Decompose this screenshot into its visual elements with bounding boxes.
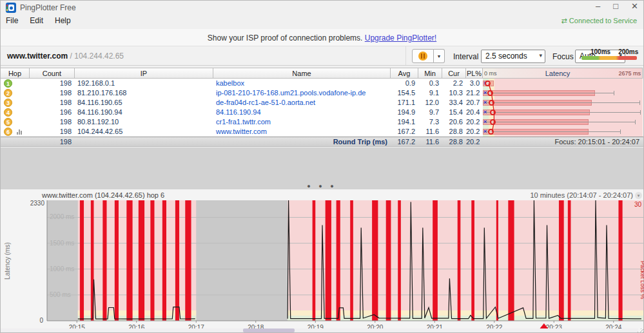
svg-text:0: 0 xyxy=(39,317,43,324)
latency-graph-cell: × xyxy=(483,117,643,127)
graph-scrollbar[interactable] xyxy=(1,328,638,332)
menu-bar: FileEditHelp ⇄ Connected to Service xyxy=(1,15,643,28)
latency-scale-max: 2675 ms xyxy=(618,68,642,78)
column-header-ip[interactable]: IP xyxy=(75,68,213,79)
banner-text: Show your ISP proof of connection proble… xyxy=(208,33,363,43)
packet-loss-bar xyxy=(372,200,378,321)
interval-select[interactable]: 2.5 seconds xyxy=(481,50,545,63)
pingplotter-window: PingPlotter Free – □ ✕ FileEditHelp ⇄ Co… xyxy=(0,0,644,333)
min-latency-marker: × xyxy=(483,99,487,106)
hop-name-link[interactable]: kabelbox xyxy=(216,79,244,87)
table-row-hop-5[interactable]: 519880.81.192.10cr1-fra1.twttr.com194.17… xyxy=(1,117,643,127)
packet-loss-bar xyxy=(559,200,564,321)
maximize-button[interactable]: □ xyxy=(613,1,618,11)
round-trip-row: 198Round Trip (ms)167.211.628.820.2Focus… xyxy=(1,137,643,147)
graph-scrollbar-thumb[interactable] xyxy=(243,328,295,332)
packet-loss-bar xyxy=(398,200,401,321)
packet-loss-bar xyxy=(350,200,353,321)
cell-name: ip-081-210-176-168.um21.pools.vodafone-i… xyxy=(213,88,391,98)
latency-gradient-bar xyxy=(581,56,637,60)
cell-count: 196 xyxy=(30,108,75,117)
pause-button[interactable] xyxy=(412,49,434,63)
title-bar[interactable]: PingPlotter Free – □ ✕ xyxy=(1,1,643,15)
packet-loss-bar xyxy=(433,200,438,321)
round-trip-label: Round Trip (ms) xyxy=(213,137,391,146)
table-row-hop-2[interactable]: 219881.210.176.168ip-081-210-176-168.um2… xyxy=(1,88,643,98)
table-row-hop-6[interactable]: 6198104.244.42.65www.twitter.com167.211.… xyxy=(1,127,643,137)
menu-item-help[interactable]: Help xyxy=(55,16,71,25)
column-header-latency[interactable]: 0 msLatency2675 ms xyxy=(483,68,643,79)
hop-name-link[interactable]: ip-081-210-176-168.um21.pools.vodafone-i… xyxy=(216,89,366,97)
min-latency-marker: × xyxy=(483,89,487,97)
cell-count: 198 xyxy=(30,79,75,88)
cell-min: 11.6 xyxy=(418,127,442,137)
resize-grip[interactable] xyxy=(638,327,643,332)
interval-label: Interval xyxy=(453,52,478,61)
min-latency-marker: × xyxy=(483,108,487,116)
column-header-hop[interactable]: Hop xyxy=(1,68,30,79)
packet-loss-bar xyxy=(102,200,106,321)
packet-loss-bar xyxy=(150,200,154,321)
column-header-min[interactable]: Min xyxy=(418,68,442,79)
cell-min: 0.3 xyxy=(418,79,442,88)
latency-graph-cell: × xyxy=(483,79,643,88)
hop-name-link[interactable]: de-fra04d-rc1-ae-51-0.aorta.net xyxy=(216,99,315,106)
packet-loss-bar xyxy=(126,200,132,321)
summary-ip xyxy=(75,137,213,146)
cell-count: 198 xyxy=(30,127,75,137)
hop-number-badge: 3 xyxy=(4,99,12,107)
upgrade-link[interactable]: Upgrade PingPlotter! xyxy=(365,33,436,43)
hop-number-badge: 6 xyxy=(4,128,12,136)
cell-name: 84.116.190.94 xyxy=(213,108,391,117)
latency-scale-min: 0 ms xyxy=(483,68,497,78)
svg-text:500 ms: 500 ms xyxy=(50,291,71,298)
cell-name: kabelbox xyxy=(213,79,391,88)
time-graph-panel: www.twitter.com (104.244.42.65) hop 6 10… xyxy=(1,189,643,332)
packet-loss-bar xyxy=(458,200,461,321)
column-header-pl[interactable]: PL% xyxy=(466,68,483,79)
cell-avg: 167.2 xyxy=(391,127,418,137)
histogram-icon[interactable] xyxy=(17,129,23,135)
cell-name: de-fra04d-rc1-ae-51-0.aorta.net xyxy=(213,98,391,108)
cell-pl: 20.2 xyxy=(466,127,483,137)
column-header-cur[interactable]: Cur xyxy=(442,68,466,79)
menu-item-file[interactable]: File xyxy=(6,16,18,25)
pause-dropdown-button[interactable]: ▼ xyxy=(434,49,445,63)
hop-name-link[interactable]: 84.116.190.94 xyxy=(216,108,261,116)
latency-graph-cell: × xyxy=(483,98,643,108)
packet-loss-bar xyxy=(496,200,498,321)
cell-cur: 28.8 xyxy=(442,127,466,137)
hop-name-link[interactable]: www.twitter.com xyxy=(216,128,267,135)
cell-cur: 2.2 xyxy=(442,79,466,88)
splitter-handle[interactable]: ● ● ● xyxy=(1,183,643,189)
cell-avg: 0.9 xyxy=(391,79,418,88)
column-header-name[interactable]: Name xyxy=(213,68,391,79)
latency-graph-cell: × xyxy=(483,88,643,98)
packet-loss-bar xyxy=(139,200,144,321)
column-header-avg[interactable]: Avg xyxy=(391,68,418,79)
latency-time-graph[interactable]: 500 ms1000 ms1500 ms2000 ms20:1520:1620:… xyxy=(1,198,644,333)
cell-pl: 20.2 xyxy=(466,117,483,127)
packet-loss-bar xyxy=(618,200,622,321)
pause-icon xyxy=(418,52,427,61)
cell-count: 198 xyxy=(30,88,75,98)
cell-cur: 15.4 xyxy=(442,108,466,117)
cell-pl: 3.0 xyxy=(466,79,483,88)
close-button[interactable]: ✕ xyxy=(631,1,638,11)
app-icon xyxy=(6,3,16,13)
packet-loss-bar xyxy=(175,200,179,321)
cell-ip: 104.244.42.65 xyxy=(75,127,213,137)
hop-name-link[interactable]: cr1-fra1.twttr.com xyxy=(216,118,271,126)
packet-loss-bar xyxy=(326,200,331,321)
packet-loss-bar xyxy=(185,200,191,321)
table-row-hop-1[interactable]: 1198192.168.0.1kabelbox0.90.32.23.0× xyxy=(1,79,643,88)
cell-cur: 33.4 xyxy=(442,98,466,108)
minimize-button[interactable]: – xyxy=(596,1,600,11)
table-row-hop-3[interactable]: 319884.116.190.65de-fra04d-rc1-ae-51-0.a… xyxy=(1,98,643,108)
svg-text:30: 30 xyxy=(634,201,642,208)
focus-region xyxy=(288,200,643,321)
column-header-count[interactable]: Count xyxy=(30,68,75,79)
cell-min: 9.7 xyxy=(418,108,442,117)
menu-item-edit[interactable]: Edit xyxy=(30,16,43,25)
table-row-hop-4[interactable]: 419684.116.190.9484.116.190.94194.99.715… xyxy=(1,108,643,117)
